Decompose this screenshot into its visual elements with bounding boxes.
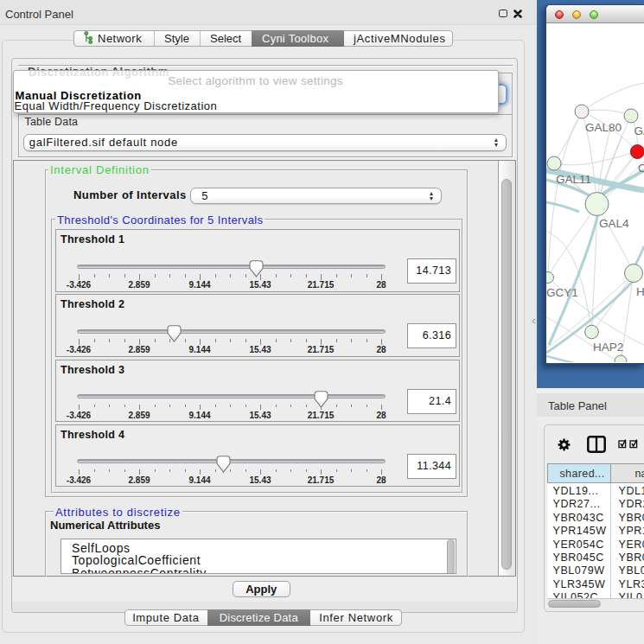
svg-text:H: H [636, 285, 644, 298]
svg-text:GAL80: GAL80 [585, 121, 622, 134]
svg-text:GA: GA [634, 124, 644, 137]
svg-text:HAP2: HAP2 [593, 341, 623, 354]
svg-text:GAL11: GAL11 [556, 173, 591, 186]
svg-text:GCY1: GCY1 [546, 286, 578, 299]
svg-text:C: C [638, 162, 644, 175]
svg-text:GAL4: GAL4 [599, 217, 629, 230]
